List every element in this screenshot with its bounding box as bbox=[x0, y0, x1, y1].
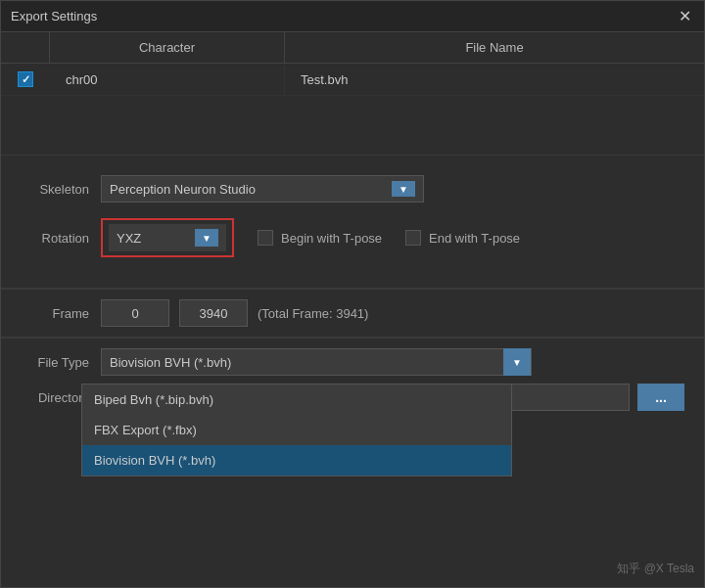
rotation-value: YXZ bbox=[117, 231, 141, 246]
row-checkbox[interactable] bbox=[18, 71, 33, 87]
filetype-dropdown-menu: Biped Bvh (*.bip.bvh) FBX Export (*.fbx)… bbox=[81, 384, 512, 476]
begin-tpose-group: Begin with T-pose bbox=[258, 230, 382, 246]
filetype-option-bvh[interactable]: Biovision BVH (*.bvh) bbox=[82, 445, 511, 475]
table-col-character: Character bbox=[50, 32, 285, 63]
skeleton-value: Perception Neuron Studio bbox=[110, 182, 384, 197]
filetype-selected: Biovision BVH (*.bvh) bbox=[110, 355, 503, 370]
row-checkbox-cell bbox=[1, 64, 50, 95]
rotation-box: YXZ ▼ bbox=[101, 218, 234, 257]
skeleton-row: Skeleton Perception Neuron Studio ▼ bbox=[21, 175, 684, 203]
frame-start-input[interactable] bbox=[101, 299, 169, 327]
end-tpose-checkbox[interactable] bbox=[405, 230, 421, 246]
begin-tpose-label: Begin with T-pose bbox=[281, 231, 382, 246]
rotation-row-content: YXZ ▼ Begin with T-pose End with T-pose bbox=[101, 218, 520, 257]
frame-label: Frame bbox=[21, 306, 89, 321]
table-row: chr00 Test.bvh bbox=[1, 64, 704, 96]
end-tpose-group: End with T-pose bbox=[405, 230, 520, 246]
rotation-dropdown[interactable]: YXZ ▼ bbox=[109, 224, 226, 251]
table-col-check bbox=[1, 32, 50, 63]
row-character: chr00 bbox=[50, 65, 285, 95]
total-frame-text: (Total Frame: 3941) bbox=[258, 306, 368, 321]
close-button[interactable]: ✕ bbox=[675, 7, 694, 25]
begin-tpose-checkbox[interactable] bbox=[258, 230, 273, 246]
skeleton-label: Skeleton bbox=[21, 182, 89, 197]
filetype-dropdown-arrow: ▼ bbox=[503, 348, 531, 376]
export-settings-window: Export Settings ✕ Character File Name ch… bbox=[0, 0, 705, 588]
rotation-dropdown-arrow: ▼ bbox=[195, 229, 218, 247]
frame-section: Frame (Total Frame: 3941) bbox=[1, 289, 704, 337]
filetype-option-biped[interactable]: Biped Bvh (*.bip.bvh) bbox=[82, 384, 511, 415]
end-tpose-label: End with T-pose bbox=[429, 231, 520, 246]
settings-section: Skeleton Perception Neuron Studio ▼ Rota… bbox=[1, 156, 704, 288]
character-table: Character File Name chr00 Test.bvh bbox=[1, 32, 704, 155]
directory-label: Directory bbox=[21, 390, 89, 405]
bottom-section: File Type Biovision BVH (*.bvh) ▼ Biped … bbox=[1, 338, 704, 587]
rotation-label: Rotation bbox=[21, 231, 89, 246]
browse-button[interactable]: ... bbox=[637, 384, 684, 411]
skeleton-dropdown[interactable]: Perception Neuron Studio ▼ bbox=[101, 175, 424, 203]
title-bar: Export Settings ✕ bbox=[1, 1, 704, 32]
table-col-filename: File Name bbox=[285, 32, 704, 63]
filetype-label: File Type bbox=[21, 355, 89, 370]
frame-row: Frame (Total Frame: 3941) bbox=[21, 299, 684, 327]
row-filename: Test.bvh bbox=[285, 65, 704, 95]
table-spacer bbox=[1, 96, 704, 155]
table-header: Character File Name bbox=[1, 32, 704, 64]
filetype-option-fbx[interactable]: FBX Export (*.fbx) bbox=[82, 415, 511, 445]
main-content: Character File Name chr00 Test.bvh Skele… bbox=[1, 32, 704, 587]
window-title: Export Settings bbox=[11, 9, 97, 23]
frame-end-input[interactable] bbox=[179, 299, 248, 327]
filetype-dropdown[interactable]: Biovision BVH (*.bvh) ▼ bbox=[101, 348, 532, 376]
rotation-row: Rotation YXZ ▼ Begin with T-pose bbox=[21, 218, 684, 257]
filetype-row: File Type Biovision BVH (*.bvh) ▼ bbox=[21, 348, 684, 376]
skeleton-dropdown-arrow: ▼ bbox=[392, 181, 415, 197]
watermark: 知乎 @X Tesla bbox=[617, 561, 694, 577]
